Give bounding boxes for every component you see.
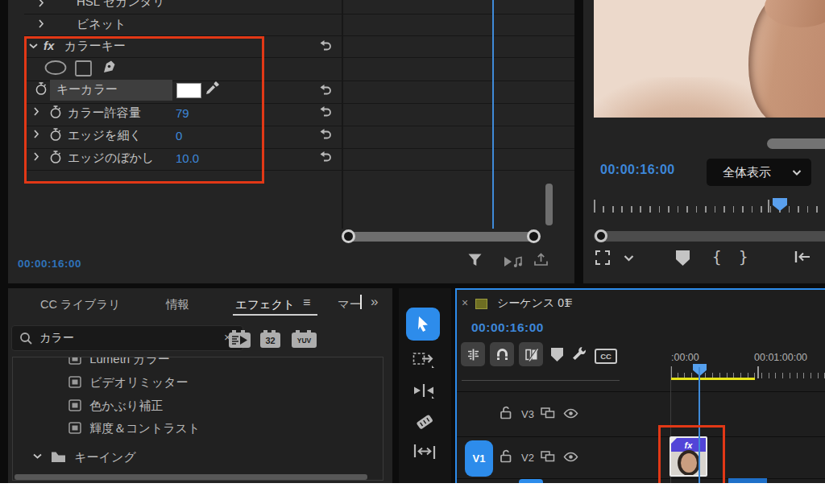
program-ruler[interactable] <box>594 204 825 213</box>
selection-tool[interactable] <box>406 308 440 341</box>
sequence-menu-icon[interactable]: ≡ <box>565 295 572 309</box>
monitor-scrollbar[interactable] <box>594 231 825 242</box>
list-item-folder-keying[interactable]: キーイング <box>33 450 136 465</box>
stopwatch-icon[interactable] <box>49 105 62 119</box>
yuv-filter[interactable]: YUV <box>292 333 317 348</box>
sync-lock-icon[interactable] <box>541 407 555 419</box>
ruler-start-tick <box>594 200 595 213</box>
ellipse-mask-icon[interactable] <box>44 60 68 76</box>
chevron-down-icon[interactable] <box>29 42 38 50</box>
timeline-settings-wrench-icon[interactable] <box>571 345 587 361</box>
monitor-scrollbar-handle[interactable] <box>595 229 607 242</box>
tab-overflow-icon[interactable]: » <box>371 294 378 310</box>
monitor-zoom-scrollbar[interactable] <box>767 138 825 149</box>
add-marker-icon[interactable] <box>676 250 690 266</box>
timeline-playhead-line[interactable] <box>699 367 700 483</box>
snap-button[interactable] <box>490 342 514 366</box>
track-lock-icon[interactable] <box>500 406 512 419</box>
desktop-background <box>0 483 825 504</box>
stopwatch-icon[interactable] <box>35 81 48 96</box>
captions-cc-icon[interactable]: CC <box>595 349 617 364</box>
fx-badge-icon[interactable]: fx <box>44 39 54 52</box>
track-lock-icon[interactable] <box>500 449 512 463</box>
chevron-right-icon[interactable] <box>37 0 45 7</box>
track-v2-label[interactable]: V2 <box>521 452 534 464</box>
ripple-edit-tool[interactable] <box>412 382 435 399</box>
effects-panel: CC ライブラリ 情報 エフェクト ≡ マー » カラー × 32 YUV <box>8 288 392 483</box>
slip-tool[interactable] <box>412 444 437 460</box>
reset-param-icon[interactable] <box>318 84 333 97</box>
tab-cc-libraries[interactable]: CC ライブラリ <box>40 297 120 312</box>
param-tolerance-value[interactable]: 79 <box>176 106 189 120</box>
source-patch-v1-badge[interactable]: V1 <box>465 440 493 477</box>
stopwatch-icon[interactable] <box>49 150 62 164</box>
panel-menu-icon[interactable]: ≡ <box>303 295 310 310</box>
column-divider[interactable] <box>342 0 343 229</box>
linked-selection-button[interactable] <box>519 342 543 366</box>
eyedropper-icon[interactable] <box>205 81 220 96</box>
rect-mask-icon[interactable] <box>74 60 93 77</box>
sync-lock-icon[interactable] <box>541 451 555 462</box>
color-swatch[interactable] <box>176 83 201 98</box>
effect-name-hsl-secondary[interactable]: HSL セカンダリ <box>77 0 165 10</box>
filter-properties-icon[interactable] <box>467 253 483 267</box>
chevron-right-icon[interactable] <box>32 130 40 138</box>
effects-list-scrollbar[interactable] <box>15 474 367 480</box>
close-sequence-icon[interactable]: × <box>462 296 468 309</box>
32bit-filter[interactable]: 32 <box>260 333 280 348</box>
effect-controls-playhead[interactable] <box>492 0 494 229</box>
effects-search-input[interactable]: カラー × <box>11 325 243 351</box>
source-badge-label: V1 <box>473 452 486 465</box>
reset-param-icon[interactable] <box>318 151 333 163</box>
list-item-effect[interactable]: ビデオリミッター <box>68 375 189 390</box>
timeline-clip[interactable]: fx <box>670 436 707 477</box>
list-item-effect[interactable]: Lumetri カラー <box>68 357 170 367</box>
track-v3-label[interactable]: V3 <box>521 408 534 420</box>
fit-dropdown[interactable]: 全体表示 <box>707 159 811 186</box>
ruler-tick-minute <box>757 366 759 378</box>
track-output-eye-icon[interactable] <box>563 452 578 462</box>
chevron-right-icon[interactable] <box>37 19 45 28</box>
reset-param-icon[interactable] <box>318 105 333 118</box>
safe-margins-icon[interactable] <box>595 250 610 265</box>
program-timecode[interactable]: 00:00:16:00 <box>600 163 675 177</box>
track-output-eye-icon[interactable] <box>563 408 578 419</box>
go-to-in-icon[interactable] <box>794 250 811 263</box>
param-edge-thin-value[interactable]: 0 <box>176 129 182 143</box>
export-frame-icon[interactable] <box>533 253 549 266</box>
param-tolerance-label: カラー許容量 <box>68 105 141 121</box>
timeline-timecode[interactable]: 00:00:16:00 <box>471 320 544 335</box>
reset-effect-icon[interactable] <box>318 39 333 52</box>
list-item-effect[interactable]: 色かぶり補正 <box>68 399 163 414</box>
mark-in-icon[interactable]: { <box>712 248 721 266</box>
tab-info[interactable]: 情報 <box>166 297 189 312</box>
timeline-add-marker-icon[interactable] <box>551 348 563 361</box>
ec-scrollbar-right-handle[interactable] <box>527 229 541 243</box>
ec-vertical-scrollbar[interactable] <box>545 184 553 225</box>
chevron-right-icon[interactable] <box>32 152 40 161</box>
list-item-effect[interactable]: 輝度＆コントラスト <box>68 421 200 436</box>
nest-toggle-button[interactable] <box>461 342 485 366</box>
accelerated-effects-filter[interactable] <box>229 333 251 348</box>
chevron-down-icon[interactable] <box>624 254 634 262</box>
sequence-tab-label[interactable]: シーケンス 01 <box>497 296 570 311</box>
play-audio-icon[interactable] <box>504 255 524 268</box>
tab-markers-truncated[interactable]: マー <box>338 297 361 312</box>
pen-mask-icon[interactable] <box>101 59 117 75</box>
razor-tool[interactable] <box>414 411 435 431</box>
ec-scrollbar-left-handle[interactable] <box>342 229 355 243</box>
program-monitor-panel: 00:00:16:00 全体表示 { } <box>583 0 825 283</box>
stopwatch-icon[interactable] <box>49 127 62 142</box>
param-edge-feather-value[interactable]: 10.0 <box>176 151 199 165</box>
yuv-filter-label: YUV <box>297 337 311 345</box>
track-select-forward-tool[interactable] <box>412 350 435 368</box>
ec-timecode[interactable]: 00:00:16:00 <box>18 258 81 270</box>
ec-horizontal-scrollbar[interactable] <box>348 232 540 242</box>
reset-param-icon[interactable] <box>318 128 333 141</box>
effect-name-color-key[interactable]: カラーキー <box>64 39 126 54</box>
render-bar-yellow <box>670 378 755 380</box>
chevron-right-icon[interactable] <box>32 107 40 116</box>
mark-out-icon[interactable]: } <box>739 248 748 266</box>
tab-effects[interactable]: エフェクト <box>235 297 295 312</box>
effect-name-vignette[interactable]: ビネット <box>77 17 126 32</box>
